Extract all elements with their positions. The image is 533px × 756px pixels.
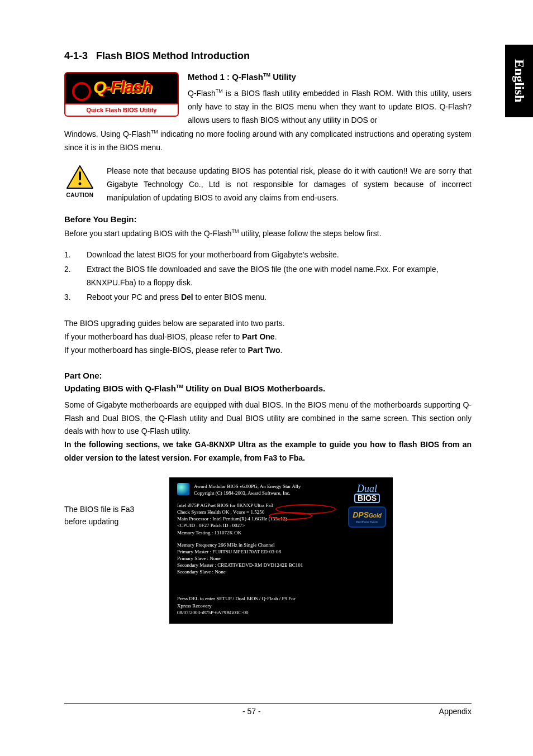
bios-line: Copyright (C) 1984-2003, Award Software,…	[194, 490, 301, 496]
before-begin-intro: Before you start updating BIOS with the …	[64, 227, 472, 241]
bios-line: 08/07/2003-i875P-6A79BG03C-00	[177, 609, 385, 616]
footer-section: Appendix	[439, 707, 472, 716]
bios-line: Secondary Slave : None	[177, 568, 385, 575]
step-item: 1.Download the latest BIOS for your moth…	[64, 248, 472, 262]
method1-intro-p2: Windows. Using Q-FlashTM indicating no m…	[64, 128, 472, 155]
highlight-circle-icon	[269, 512, 312, 520]
bios-line: Xpress Recovery	[177, 602, 385, 609]
bios-line: Memory Testing : 131072K OK	[177, 529, 385, 536]
step-item: 2.Extract the BIOS file downloaded and s…	[64, 263, 472, 290]
svg-rect-1	[79, 171, 81, 180]
bios-line: Award Modular BIOS v6.00PG, An Energy St…	[194, 483, 301, 490]
qflash-logo-text: Q-Flash	[93, 78, 152, 97]
bios-line: Secondary Master : CREATIVEDVD-RM DVD124…	[177, 562, 385, 568]
page-footer: - 57 - Appendix	[64, 703, 472, 716]
step-text: Download the latest BIOS for your mother…	[87, 248, 339, 262]
part-one-p2: In the following sections, we take GA-8K…	[64, 438, 472, 465]
part-one-heading: Part One:	[64, 371, 472, 380]
guides-intro-1: The BIOS upgrading guides below are sepa…	[64, 317, 472, 331]
page-number: - 57 -	[242, 707, 261, 716]
steps-list: 1.Download the latest BIOS for your moth…	[64, 248, 472, 304]
section-number: 4-1-3	[64, 50, 88, 61]
guides-intro-3: If your motherboard has single-BIOS, ple…	[64, 344, 472, 357]
step-text: Extract the BIOS file downloaded and sav…	[87, 263, 472, 290]
bios-line: Primary Slave : None	[177, 555, 385, 562]
section-title: 4-1-3 Flash BIOS Method Introduction	[64, 50, 472, 62]
qflash-logo-subtitle: Quick Flash BIOS Utility	[65, 103, 178, 116]
part-one-subheading: Updating BIOS with Q-FlashTM Utility on …	[64, 384, 472, 393]
section-title-text: Flash BIOS Method Introduction	[96, 50, 250, 61]
dual-bios-logo: Dual BIOS	[354, 484, 380, 503]
method1-heading: Method 1 : Q-FlashTM Utility	[188, 72, 472, 82]
warning-triangle-icon	[66, 165, 94, 189]
chip-icon	[72, 82, 91, 101]
energy-star-icon	[177, 483, 189, 495]
caution-icon: CAUTION	[64, 165, 96, 198]
guides-intro-2: If your motherboard has dual-BIOS, pleas…	[64, 331, 472, 344]
caution-text: Please note that because updating BIOS h…	[107, 165, 472, 204]
bios-line: Memory Frequency 266 MHz in Single Chann…	[177, 542, 385, 548]
bios-post-screenshot: Award Modular BIOS v6.00PG, An Energy St…	[169, 477, 393, 624]
page-content: 4-1-3 Flash BIOS Method Introduction Q-F…	[0, 0, 533, 756]
part-one-p1: Some of Gigabyte motherboards are equipp…	[64, 399, 472, 438]
bios-line: Press DEL to enter SETUP / Dual BIOS / Q…	[177, 595, 385, 602]
step-text: Reboot your PC and press Del to enter BI…	[87, 291, 266, 304]
method1-intro-p1: Q-FlashTM is a BIOS flash utility embedd…	[188, 87, 472, 127]
svg-point-2	[79, 182, 82, 185]
screenshot-caption: The BIOS file is Fa3 before updating	[64, 477, 154, 528]
dps-logo: DPSGold Dual Power System	[348, 506, 386, 528]
step-item: 3.Reboot your PC and press Del to enter …	[64, 291, 472, 304]
qflash-logo: Q-Flash Quick Flash BIOS Utility	[64, 72, 179, 117]
bios-line: Primary Master : FUJITSU MPE3170AT ED-03…	[177, 548, 385, 555]
caution-label: CAUTION	[64, 192, 96, 198]
before-begin-heading: Before You Begin:	[64, 214, 472, 224]
